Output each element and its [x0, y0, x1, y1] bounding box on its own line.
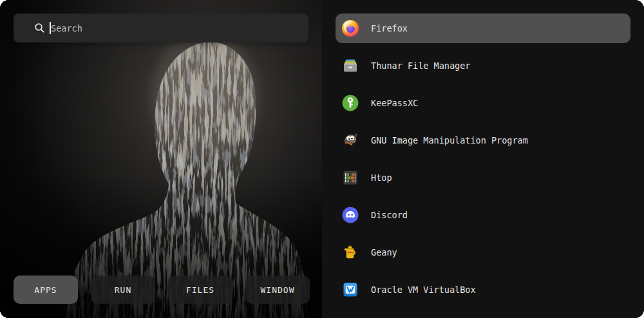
app-row[interactable]: Oracle VM VirtualBox — [336, 275, 630, 304]
app-label: Discord — [371, 210, 408, 220]
app-label: GNU Image Manipulation Program — [371, 135, 528, 145]
firefox-icon — [341, 19, 359, 37]
keepassxc-icon — [341, 94, 359, 112]
tab-apps[interactable]: APPS — [14, 276, 78, 304]
mode-tabs: APPS RUN FILES WINDOW — [14, 276, 310, 304]
app-label: Geany — [371, 247, 397, 257]
app-row[interactable]: GNU Image Manipulation Program — [336, 126, 630, 155]
tab-files[interactable]: FILES — [168, 276, 232, 304]
app-label: Firefox — [371, 23, 408, 33]
gimp-icon — [341, 131, 359, 149]
wallpaper-pane: APPS RUN FILES WINDOW — [0, 0, 322, 318]
htop-icon — [341, 169, 359, 187]
launcher-window: APPS RUN FILES WINDOW Firefox — [0, 0, 644, 318]
tab-label: FILES — [186, 285, 214, 295]
tab-window[interactable]: WINDOW — [245, 276, 310, 304]
app-row[interactable]: KeePassXC — [336, 88, 630, 118]
geany-icon — [341, 243, 359, 261]
tab-run[interactable]: RUN — [91, 276, 155, 304]
discord-icon — [341, 206, 359, 224]
app-label: Thunar File Manager — [371, 61, 470, 71]
app-row[interactable]: Htop — [336, 163, 630, 192]
keepassxc-icon — [341, 94, 359, 112]
virtualbox-icon — [341, 281, 359, 299]
search-bar — [14, 14, 308, 42]
results-pane: Firefox Thunar File Manager KeePassXC GN… — [322, 0, 644, 318]
text-caret — [50, 22, 51, 34]
tab-label: RUN — [115, 285, 131, 295]
firefox-icon — [341, 19, 359, 37]
app-row[interactable]: Geany — [336, 238, 630, 267]
app-row[interactable]: Thunar File Manager — [336, 51, 630, 80]
app-label: Htop — [371, 173, 392, 183]
wallpaper-bust-image — [0, 0, 322, 318]
tab-label: WINDOW — [261, 285, 295, 295]
thunar-icon — [341, 57, 359, 75]
app-row[interactable]: Discord — [336, 200, 630, 230]
gimp-icon — [341, 131, 359, 149]
app-label: Oracle VM VirtualBox — [371, 285, 476, 295]
tab-label: APPS — [34, 285, 57, 295]
geany-icon — [341, 243, 359, 261]
app-list: Firefox Thunar File Manager KeePassXC GN… — [336, 14, 630, 312]
thunar-icon — [341, 57, 359, 75]
app-row[interactable]: Firefox — [336, 14, 630, 43]
app-label: KeePassXC — [371, 98, 418, 108]
htop-icon — [341, 169, 359, 187]
virtualbox-icon — [341, 281, 359, 299]
discord-icon — [341, 206, 359, 224]
search-input[interactable] — [14, 14, 308, 42]
